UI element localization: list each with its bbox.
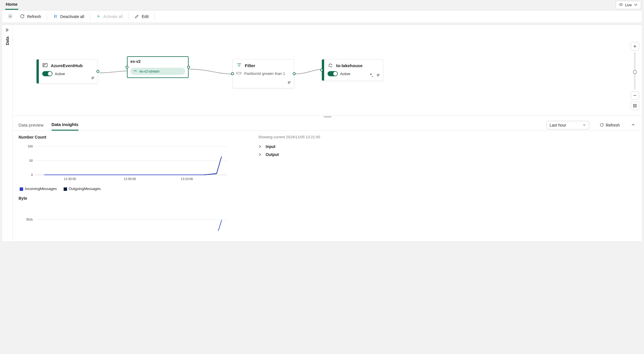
zoom-thumb[interactable] — [633, 70, 637, 74]
deactivate-all-label: Deactivate all — [60, 14, 84, 19]
insights-refresh-button[interactable]: Refresh — [597, 123, 622, 128]
port-in[interactable] — [231, 72, 234, 75]
settings-button[interactable] — [6, 12, 15, 21]
collapse-panel-button[interactable] — [630, 123, 636, 128]
stream-capsule-label: es-v2-stream — [140, 69, 160, 73]
disclosure-output-label: Output — [266, 152, 279, 157]
tab-bar: Home Live — [0, 0, 644, 10]
tab-data-preview[interactable]: Data preview — [19, 120, 44, 130]
node-filter[interactable]: Filter PartitionId greater than 1 — [233, 59, 294, 88]
zoom-in-button[interactable] — [631, 42, 639, 51]
charts-area: Number Count 100 50 0 12:30:00 12:50:00 … — [19, 135, 235, 241]
bottom-tabs: Data preview Data insights Last hour Ref… — [13, 118, 642, 131]
bottom-panel: Data preview Data insights Last hour Ref… — [13, 118, 642, 241]
node-filter-title: Filter — [245, 63, 255, 68]
legend-item: IncomingMessages — [25, 187, 57, 191]
activate-all-label: Activate all — [103, 14, 123, 19]
chevron-down-icon — [583, 123, 586, 127]
expand-rail-button[interactable] — [5, 28, 10, 33]
node-sink-status: Active — [340, 72, 350, 76]
eye-icon — [619, 2, 623, 8]
node-menu-button[interactable] — [376, 73, 381, 78]
svg-rect-7 — [43, 63, 47, 67]
svg-rect-2 — [54, 15, 55, 18]
stream-capsule[interactable]: es-v2-stream — [130, 68, 185, 75]
time-range-dropdown[interactable]: Last hour — [546, 121, 589, 129]
node-source-title: AzureEventHub — [51, 63, 83, 68]
condition-icon — [236, 71, 241, 76]
disclosure-input[interactable]: Input — [258, 143, 320, 151]
disclosure-output[interactable]: Output — [258, 151, 320, 159]
node-accent-bar — [37, 59, 39, 83]
edit-button[interactable]: Edit — [132, 12, 152, 21]
chevron-right-icon — [258, 153, 262, 156]
live-mode-dropdown[interactable]: Live — [615, 1, 641, 9]
svg-rect-9 — [45, 64, 46, 65]
node-sparkle-button[interactable] — [369, 73, 373, 78]
svg-rect-11 — [237, 72, 241, 74]
port-out[interactable] — [293, 72, 296, 75]
toggle-active[interactable] — [42, 71, 53, 76]
svg-rect-13 — [634, 105, 635, 106]
side-rail: Data — [2, 25, 13, 241]
node-stream-title: es-v2 — [130, 59, 185, 64]
edit-icon — [134, 14, 140, 20]
workspace: Data — [2, 25, 642, 242]
zoom-control — [631, 42, 639, 110]
canvas-and-bottom: AzureEventHub Active es-v2 — [13, 25, 642, 241]
insights-refresh-label: Refresh — [606, 123, 620, 127]
gear-icon — [8, 14, 13, 20]
node-stream[interactable]: es-v2 es-v2-stream — [127, 56, 189, 78]
refresh-label: Refresh — [27, 14, 41, 19]
separator — [90, 13, 90, 20]
refresh-icon — [599, 123, 604, 128]
splitter[interactable] — [13, 115, 642, 118]
rail-label-data[interactable]: Data — [5, 37, 10, 45]
live-label: Live — [625, 3, 632, 7]
activate-all-button: Activate all — [93, 12, 126, 21]
port-in[interactable] — [126, 66, 128, 69]
flow-canvas[interactable]: AzureEventHub Active es-v2 — [13, 25, 642, 115]
filter-icon — [236, 62, 242, 69]
node-menu-button[interactable] — [91, 76, 95, 81]
svg-text:0: 0 — [31, 173, 33, 177]
lakehouse-icon — [328, 62, 333, 69]
node-filter-condition: PartitionId greater than 1 — [244, 71, 285, 76]
stream-icon — [133, 69, 137, 74]
tab-data-insights[interactable]: Data insights — [52, 120, 78, 131]
time-range-label: Last hour — [550, 123, 566, 127]
refresh-button[interactable]: Refresh — [17, 12, 44, 21]
node-menu-button[interactable] — [287, 80, 292, 86]
svg-point-0 — [620, 4, 621, 5]
separator — [128, 13, 129, 20]
svg-rect-10 — [44, 65, 45, 66]
chart2: 391k — [19, 202, 230, 241]
port-in[interactable] — [320, 69, 323, 71]
refresh-icon — [20, 14, 25, 20]
toolbar: Refresh Deactivate all Activate all Edit — [2, 10, 642, 23]
splitter-grip — [324, 116, 332, 117]
tab-home[interactable]: Home — [5, 0, 18, 10]
separator — [154, 13, 155, 20]
port-out[interactable] — [187, 66, 190, 69]
node-source[interactable]: AzureEventHub Active — [36, 59, 98, 84]
svg-rect-12 — [633, 104, 636, 107]
zoom-out-button[interactable] — [631, 91, 639, 100]
svg-text:50: 50 — [29, 159, 33, 162]
chart2-title: Byte — [19, 196, 235, 201]
deactivate-all-button[interactable]: Deactivate all — [50, 12, 87, 21]
edit-label: Edit — [142, 14, 149, 19]
svg-text:12:50:00: 12:50:00 — [124, 177, 136, 181]
zoom-slider[interactable] — [635, 52, 635, 89]
port-out[interactable] — [96, 70, 99, 73]
svg-text:391k: 391k — [26, 218, 33, 221]
fit-to-screen-button[interactable] — [631, 101, 639, 110]
chart1: 100 50 0 12:30:00 12:50:00 13:10:00 — [19, 141, 230, 184]
toggle-active[interactable] — [328, 71, 338, 76]
node-sink[interactable]: to-lakehouse Active — [322, 59, 383, 81]
play-icon — [96, 14, 101, 20]
node-source-status: Active — [55, 72, 65, 76]
pause-icon — [53, 14, 58, 20]
insight-side-info: Showing current 2024/11/05 13:21:00 Inpu… — [258, 135, 320, 241]
svg-point-1 — [10, 15, 11, 17]
